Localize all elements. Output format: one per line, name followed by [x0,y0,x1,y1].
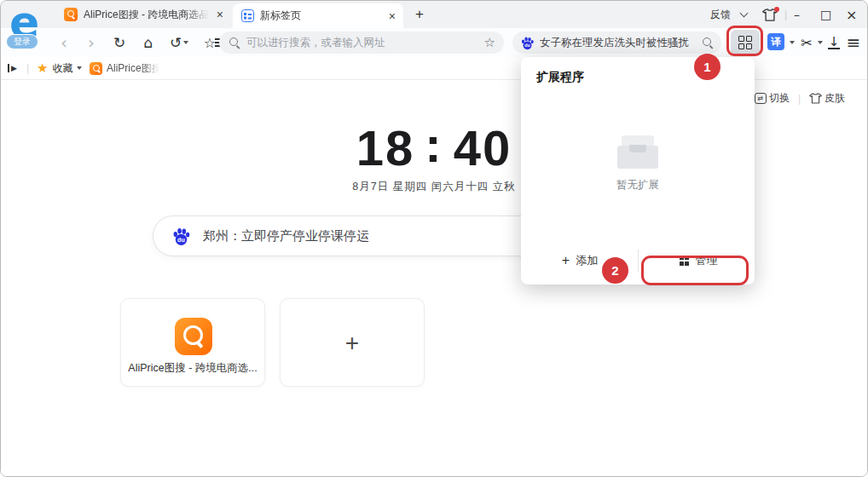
plus-icon: + [281,330,424,357]
maximize-button[interactable]: □ [820,1,831,28]
add-site-tile[interactable]: + [280,298,425,387]
clock-colon: : [425,117,443,172]
feedback-button[interactable]: 反馈 [710,1,731,28]
page-corner-tools: ⇄ 切换 | 皮肤 [755,91,845,106]
annotation-step-2: 2 [602,257,628,284]
address-bar[interactable]: ☆ [219,32,504,54]
divider: | [798,93,801,105]
extensions-panel: 扩展程序 暂无扩展 + 添加 管理 [521,57,755,284]
bookmark-aliprice[interactable]: AliPrice图搜 [90,57,159,79]
main-menu-button[interactable]: ≡ [843,28,864,57]
back-button[interactable]: ‹ [54,28,74,57]
panel-title: 扩展程序 [536,70,584,85]
skin-shirt-icon[interactable] [762,1,778,28]
plus-icon: + [562,253,570,268]
refresh-button[interactable]: ↻ [108,28,130,57]
browser-logo[interactable]: e 登录 [6,3,52,51]
svg-text:du: du [524,43,529,48]
aliprice-favicon-icon [64,8,78,21]
favorites-list-button[interactable]: ☆ [199,28,221,57]
skin-button[interactable]: 皮肤 [809,91,845,106]
scissors-icon: ✂ [801,35,812,51]
site-tile-aliprice[interactable]: AliPrice图搜 - 跨境电商选... [120,298,265,387]
tab-aliprice[interactable]: AliPrice图搜 - 跨境电商选品找货 × [55,1,231,28]
clock-hours: 18 [356,120,415,175]
browser-window: AliPrice图搜 - 跨境电商选品找货 × 新标签页 × + 反馈 | – … [0,0,868,477]
clock-minutes: 40 [454,120,512,175]
search-icon [229,37,240,49]
baidu-suggest-text: 郑州：立即停产停业停课停运 [203,228,369,244]
new-tab-button[interactable]: + [410,5,429,24]
search-icon[interactable] [702,37,714,49]
forward-button[interactable]: › [81,28,101,57]
shirt-icon [809,93,822,104]
translate-chevron-icon[interactable] [788,28,796,57]
tab-new-tab-page[interactable]: 新标签页 × [233,3,403,28]
download-icon: ↓ [828,37,841,49]
switch-layout-button[interactable]: ⇄ 切换 [755,91,790,106]
switch-icon: ⇄ [755,93,767,104]
restore-closed-button[interactable]: ↺ [166,28,192,57]
tab-close-icon[interactable]: × [381,9,403,23]
favorites-menu-button[interactable]: ★ 收藏 [37,57,82,79]
tab-title: AliPrice图搜 - 跨境电商选品找货 [84,8,209,22]
tab-strip: AliPrice图搜 - 跨境电商选品找货 × 新标签页 × + 反馈 | – … [1,1,867,28]
tab-close-icon[interactable]: × [209,8,231,21]
empty-tray-icon [617,135,658,169]
divider [638,250,639,272]
star-list-icon: ☆ [204,35,216,51]
downloads-button[interactable]: ↓ [825,28,843,57]
sidebar-toggle-button[interactable]: ▶ [8,57,17,79]
close-button[interactable]: × [846,1,857,28]
screenshot-button[interactable]: ✂ [797,28,816,57]
screenshot-chevron-icon[interactable] [816,28,825,57]
tile-label: AliPrice图搜 - 跨境电商选... [128,361,258,376]
notification-dot [774,7,779,12]
divider: | [784,1,787,28]
tab-title: 新标签页 [260,9,381,23]
baidu-icon: du [171,227,191,246]
favorites-star-icon: ★ [37,60,48,76]
bookmark-star-icon[interactable]: ☆ [476,35,504,50]
aliprice-tile-icon [175,318,212,355]
annotation-step-1: 1 [694,54,720,80]
aliprice-favicon-icon [90,62,102,75]
feedback-chevron-icon[interactable] [741,1,747,28]
new-tab-favicon-icon [241,9,254,22]
dropdown-chevron-icon [77,66,82,70]
sidebar-toggle-icon: ▶ [8,64,17,72]
minimize-button[interactable]: – [794,1,800,28]
annotation-box-manage [641,256,749,285]
svg-text:du: du [177,237,185,244]
hot-search-box[interactable]: du 女子称在理发店洗头时被性骚扰 [512,32,721,54]
address-input[interactable] [246,37,476,49]
translate-button[interactable]: 译 [767,33,784,50]
bookmark-label: AliPrice图搜 [107,61,159,76]
dropdown-chevron-icon [183,41,188,44]
hot-search-text: 女子称在理发店洗头时被性骚扰 [540,36,702,50]
divider: | [26,57,29,79]
baidu-icon: du [520,36,535,50]
annotation-box-extensions [726,26,763,56]
home-button[interactable]: ⌂ [137,28,159,57]
empty-extensions-text: 暂无扩展 [521,178,755,193]
login-badge[interactable]: 登录 [6,34,38,49]
hamburger-menu-icon: ≡ [847,32,861,53]
